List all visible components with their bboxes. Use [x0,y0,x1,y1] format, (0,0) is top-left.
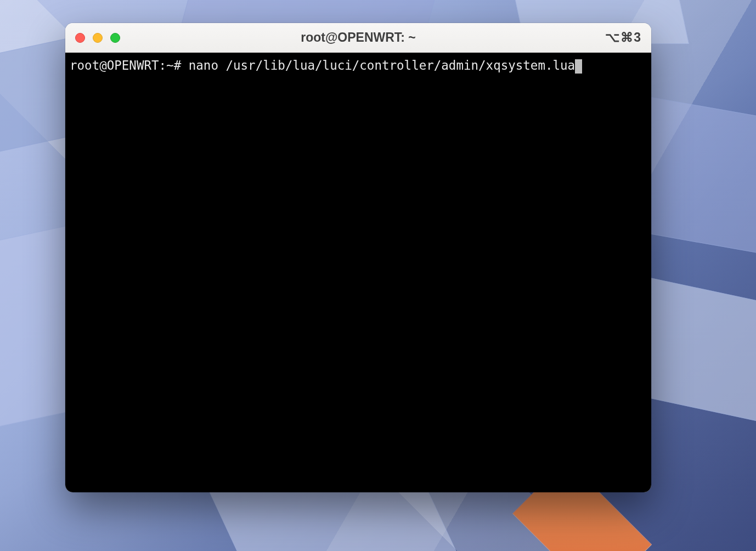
window-title: root@OPENWRT: ~ [65,30,651,45]
terminal-command: nano /usr/lib/lua/luci/controller/admin/… [189,58,575,72]
terminal-body[interactable]: root@OPENWRT:~# nano /usr/lib/lua/luci/c… [65,53,651,492]
maximize-button[interactable] [110,33,120,43]
terminal-window[interactable]: root@OPENWRT: ~ ⌥⌘3 root@OPENWRT:~# nano… [65,23,651,492]
bg-shape [206,485,467,551]
window-titlebar[interactable]: root@OPENWRT: ~ ⌥⌘3 [65,23,651,53]
terminal-prompt: root@OPENWRT:~# [70,58,181,72]
minimize-button[interactable] [93,33,103,43]
close-button[interactable] [75,33,85,43]
cursor-icon [575,59,582,74]
bg-shape [646,96,756,260]
bg-shape [641,276,756,426]
traffic-lights [75,33,120,43]
window-shortcut-indicator: ⌥⌘3 [605,30,641,45]
